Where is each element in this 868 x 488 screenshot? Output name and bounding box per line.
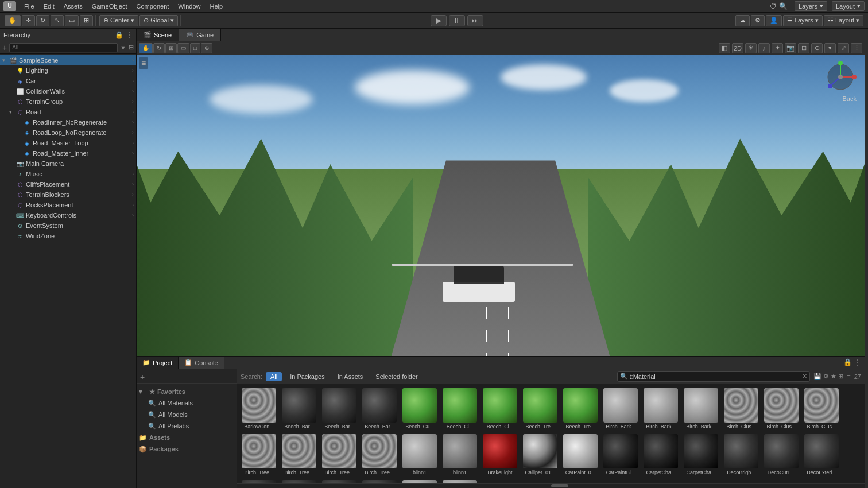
hierarchy-list[interactable]: ▾ 🎬 SampleScene › 💡 Lighting › ◈ Car › xyxy=(0,54,136,488)
viewport-grid-button[interactable]: ⊞ xyxy=(798,43,809,53)
hierarchy-item-maincamera[interactable]: 📷 Main Camera xyxy=(0,158,136,169)
asset-item-birchtree1[interactable]: Birch_Tree... xyxy=(239,432,278,477)
step-button[interactable]: ⏭ xyxy=(467,15,483,26)
tab-game[interactable]: 🎮 Game xyxy=(179,29,221,41)
sidebar-item-all-models[interactable]: 🔍 All Models xyxy=(137,409,237,420)
asset-item-birchbark2[interactable]: Birch_Bark... xyxy=(641,386,680,431)
asset-item-decointer4[interactable]: DecoInteri... xyxy=(400,478,439,483)
asset-item-decocute[interactable]: DecoCutE... xyxy=(762,432,801,477)
hierarchy-search-input[interactable] xyxy=(9,43,118,52)
viewport-options-button[interactable]: ⋮ xyxy=(851,43,862,53)
filter-selected-folder[interactable]: Selected folder xyxy=(371,372,422,381)
scale-tool-button[interactable]: ⤡ xyxy=(51,15,64,26)
sidebar-section-favorites[interactable]: ▾ ★ Favorites xyxy=(137,386,237,397)
asset-item-decoexter2[interactable]: DecoExteri... xyxy=(239,478,278,483)
asset-item-brakelight[interactable]: BrakeLight xyxy=(480,432,520,477)
hierarchy-item-car[interactable]: ◈ Car › xyxy=(0,76,136,86)
menu-gameobject[interactable]: GameObject xyxy=(88,2,131,11)
sidebar-item-all-prefabs[interactable]: 🔍 All Prefabs xyxy=(137,420,237,432)
asset-item-birchtree3[interactable]: Birch_Tree... xyxy=(320,432,359,477)
hierarchy-item-lighting[interactable]: 💡 Lighting › xyxy=(0,65,136,76)
pivot-button[interactable]: ⊕ Center ▾ xyxy=(99,15,138,26)
search-options-icon[interactable]: ⚙ xyxy=(823,373,829,380)
scene-rect-button[interactable]: ▭ xyxy=(177,43,189,53)
scene-transform-button[interactable]: ⊞ xyxy=(165,43,177,53)
scene-viewport[interactable]: Back ≡ xyxy=(137,55,865,356)
viewport-expand-button[interactable]: ⤢ xyxy=(838,43,849,53)
menu-component[interactable]: Component xyxy=(133,2,172,11)
hierarchy-menu-icon[interactable]: ⋮ xyxy=(126,31,133,39)
viewport-menu-icon[interactable]: ≡ xyxy=(139,57,148,69)
hierarchy-item-roadloop[interactable]: ◈ RoadLoop_NoRegenerate › xyxy=(0,127,136,138)
menu-window[interactable]: Window xyxy=(175,2,204,11)
layers-dropdown[interactable]: Layers ▾ xyxy=(795,1,827,11)
search-filter-icon[interactable]: ⊞ xyxy=(838,373,843,380)
asset-item-beechcu3[interactable]: Beech_Cl... xyxy=(480,386,520,431)
filter-all[interactable]: All xyxy=(266,372,282,381)
hierarchy-grid-icon[interactable]: ⊞ xyxy=(129,44,134,51)
account-button[interactable]: 👤 xyxy=(766,15,782,26)
global-search-icon[interactable]: 🔍 xyxy=(779,2,788,10)
asset-item-birchclus2[interactable]: Birch_Clus... xyxy=(762,386,801,431)
asset-item-decointer2[interactable]: DecoInteri... xyxy=(320,478,359,483)
layout-dropdown[interactable]: Layout ▾ xyxy=(832,1,865,11)
asset-item-birchclus1[interactable]: Birch_Clus... xyxy=(722,386,761,431)
hierarchy-filter-icon[interactable]: ▼ xyxy=(120,44,126,51)
scene-hand-button[interactable]: ✋ xyxy=(139,43,153,53)
asset-item-decointer1[interactable]: DecoInteri... xyxy=(280,478,319,483)
hierarchy-item-roadinner[interactable]: ◈ RoadInner_NoRegenerate › xyxy=(0,117,136,127)
hierarchy-item-collisionwalls[interactable]: ⬜ CollisionWalls › xyxy=(0,86,136,96)
filter-in-packages[interactable]: In Packages xyxy=(285,372,330,381)
play-button[interactable]: ▶ xyxy=(431,15,447,26)
sidebar-item-all-materials[interactable]: 🔍 All Materials xyxy=(137,397,237,409)
viewport-fx-button[interactable]: ✦ xyxy=(772,43,783,53)
collab-button[interactable]: ☁ xyxy=(735,15,750,26)
project-menu-icon[interactable]: ⋮ xyxy=(854,358,861,366)
asset-item-decointer3[interactable]: DecoInteri... xyxy=(360,478,399,483)
project-lock-icon[interactable]: 🔒 xyxy=(843,358,852,366)
project-search-input[interactable] xyxy=(630,373,803,380)
hierarchy-lock-icon[interactable]: 🔒 xyxy=(115,31,123,39)
viewport-audio-button[interactable]: ♪ xyxy=(758,43,770,53)
hierarchy-item-terraingroup[interactable]: ⬡ TerrainGroup › xyxy=(0,96,136,107)
asset-item-calliper[interactable]: Calliper_01... xyxy=(521,432,560,477)
viewport-more-button[interactable]: ▾ xyxy=(824,43,836,53)
viewport-shading-button[interactable]: ◧ xyxy=(719,43,730,53)
viewport-cam-button[interactable]: 📷 xyxy=(785,43,796,53)
save-search-icon[interactable]: 💾 xyxy=(813,373,822,380)
rotate-tool-button[interactable]: ↻ xyxy=(36,15,49,26)
asset-item-birchclus3[interactable]: Birch_Clus... xyxy=(802,386,841,431)
asset-item-birchtree2[interactable]: Birch_Tree... xyxy=(280,432,319,477)
asset-item-carpaint0[interactable]: CarPaint_0... xyxy=(561,432,600,477)
asset-item-carpetcha1[interactable]: CarpetCha... xyxy=(641,432,680,477)
hierarchy-item-rocksplacement[interactable]: ⬡ RocksPlacement › xyxy=(0,200,136,210)
scrollbar-thumb[interactable] xyxy=(551,484,568,487)
asset-item-carpetcha2[interactable]: CarpetCha... xyxy=(681,432,720,477)
asset-item-blinn2[interactable]: blinn1 xyxy=(440,432,479,477)
hierarchy-item-road[interactable]: ▾ ⬡ Road › xyxy=(0,107,136,117)
search-star-icon[interactable]: ★ xyxy=(831,373,836,380)
hierarchy-item-cliffsplacement[interactable]: ⬡ CliffsPlacement › xyxy=(0,179,136,189)
hierarchy-item-samplescene[interactable]: ▾ 🎬 SampleScene › xyxy=(0,55,136,65)
asset-item-beechbar2[interactable]: Beech_Bar... xyxy=(320,386,359,431)
viewport-light-button[interactable]: ☀ xyxy=(745,43,757,53)
hierarchy-item-roadmasterinner[interactable]: ◈ Road_Master_Inner › xyxy=(0,148,136,158)
hierarchy-item-music[interactable]: ♪ Music › xyxy=(0,169,136,179)
asset-item-default[interactable]: default xyxy=(440,478,479,483)
asset-item-barlowcon[interactable]: BarlowCon... xyxy=(239,386,278,431)
asset-item-decobright[interactable]: DecoBrigh... xyxy=(722,432,761,477)
services-button[interactable]: ⚙ xyxy=(751,15,765,26)
asset-item-birchtree4[interactable]: Birch_Tree... xyxy=(360,432,399,477)
viewport-2d-button[interactable]: 2D xyxy=(732,43,743,53)
tab-console[interactable]: 📋 Console xyxy=(179,357,224,369)
asset-item-birchbark3[interactable]: Birch_Bark... xyxy=(681,386,720,431)
hierarchy-add-button[interactable]: + xyxy=(2,44,7,52)
viewport-gizmos-button[interactable]: ⊙ xyxy=(811,43,823,53)
search-input-wrap[interactable]: 🔍 ✕ xyxy=(617,371,811,382)
asset-item-carpaintbl[interactable]: CarPaintBl... xyxy=(601,432,640,477)
menu-assets[interactable]: Assets xyxy=(60,2,86,11)
menu-file[interactable]: File xyxy=(21,2,38,11)
tab-scene[interactable]: 🎬 Scene xyxy=(137,29,179,41)
hierarchy-item-keyboardcontrols[interactable]: ⌨ KeyboardControls › xyxy=(0,210,136,220)
hierarchy-item-terrainblockers[interactable]: ⬡ TerrainBlockers › xyxy=(0,189,136,200)
